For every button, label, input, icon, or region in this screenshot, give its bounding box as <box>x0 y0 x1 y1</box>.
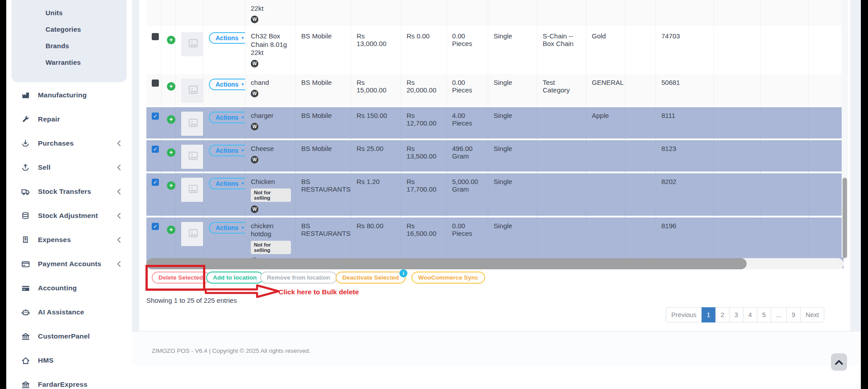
sidebar-item-purchases[interactable]: Purchases <box>6 131 132 155</box>
brand-cell: Gold <box>586 28 625 74</box>
expand-row-plus-icon[interactable]: + <box>167 226 175 234</box>
sidebar-subitem-warranties[interactable]: Warranties <box>46 54 127 71</box>
sidebar-item-stock-transfers[interactable]: Stock Transfers <box>6 180 132 204</box>
product-image-placeholder[interactable] <box>181 178 204 202</box>
extra-cell-1 <box>714 173 760 218</box>
wordpress-icon: W <box>251 90 258 97</box>
product-name: chand <box>251 79 291 87</box>
sidebar-item-label: Stock Adjustment <box>38 212 117 220</box>
product-name-cell: CheeseW <box>245 140 296 173</box>
actions-label: Actions <box>216 114 238 121</box>
product-image-placeholder[interactable] <box>181 112 204 136</box>
product-name: charger <box>251 112 291 120</box>
pagination-page-4[interactable]: 4 <box>743 307 757 322</box>
product-type-cell: Single <box>488 173 537 218</box>
sidebar-item-payment-accounts[interactable]: Payment Accounts <box>6 252 132 276</box>
row-checkbox[interactable] <box>152 79 159 87</box>
business-location-cell: BS Mobile <box>296 74 351 107</box>
chevron-left-icon <box>117 188 122 195</box>
sidebar-item-accounting[interactable]: Accounting <box>6 276 132 300</box>
delete-selected-button[interactable]: Delete Selected <box>152 272 210 284</box>
row-actions-button[interactable]: Actions▾ <box>209 112 245 123</box>
remove-from-location-button[interactable]: Remove from location <box>260 272 337 284</box>
expand-row-plus-icon[interactable]: + <box>167 36 175 44</box>
row-select-cell: ✓ <box>146 140 162 173</box>
horizontal-scrollbar-track[interactable] <box>146 258 843 269</box>
product-type-cell: Single <box>488 74 537 107</box>
row-checkbox[interactable] <box>152 33 159 40</box>
pagination-page-5[interactable]: 5 <box>757 307 771 322</box>
vertical-scrollbar-thumb[interactable] <box>843 178 847 258</box>
row-checkbox[interactable]: ✓ <box>152 179 159 186</box>
product-name: Cheese <box>251 145 291 153</box>
horizontal-scrollbar-thumb[interactable] <box>146 258 747 269</box>
sidebar-item-fardarexpress[interactable]: FardarExpress <box>6 372 132 389</box>
bulk-actions-bar: Delete Selected Add to location Remove f… <box>139 272 850 285</box>
product-image-placeholder[interactable] <box>181 32 204 56</box>
sidebar-item-repair[interactable]: Repair <box>6 107 132 131</box>
brand-cell <box>586 0 625 28</box>
sidebar-item-stock-adjustment[interactable]: Stock Adjustment <box>6 204 132 228</box>
caret-down-icon: ▾ <box>241 115 244 120</box>
purchase-price-cell: Rs 15,000.00 <box>351 74 401 107</box>
row-actions-cell: Actions▾ <box>204 107 245 140</box>
pagination-page-9[interactable]: 9 <box>786 307 801 322</box>
sidebar-item-manufacturing[interactable]: Manufacturing <box>6 83 132 107</box>
deactivate-selected-button[interactable]: Deactivate Selected <box>336 272 406 284</box>
row-actions-cell: Actions▾ <box>204 173 245 218</box>
expand-row-plus-icon[interactable]: + <box>167 115 175 124</box>
sidebar-subitem-brands[interactable]: Brands <box>46 38 127 54</box>
product-image-placeholder[interactable] <box>181 79 204 103</box>
sidebar-subitem-categories[interactable]: Categories <box>46 21 127 38</box>
caret-down-icon: ▾ <box>241 181 244 186</box>
woocommerce-sync-button[interactable]: WooCommerce Sync <box>411 272 485 284</box>
factory-icon <box>21 90 30 100</box>
sidebar-item-sell[interactable]: Sell <box>6 155 132 180</box>
info-icon[interactable]: i <box>399 269 407 277</box>
extra-cell-2 <box>760 173 809 218</box>
pagination-page-3[interactable]: 3 <box>729 307 743 322</box>
row-expand-cell: + <box>162 173 176 218</box>
sku-cell: 8123 <box>656 140 714 173</box>
expand-row-plus-icon[interactable]: + <box>167 82 175 91</box>
row-actions-button[interactable]: Actions▾ <box>209 222 245 234</box>
screen: UnitsCategoriesBrandsWarranties Manufact… <box>0 0 868 389</box>
row-actions-button[interactable]: Actions▾ <box>209 145 245 156</box>
pagination-previous[interactable]: Previous <box>666 307 702 322</box>
row-checkbox[interactable]: ✓ <box>152 223 159 230</box>
actions-label: Actions <box>216 180 238 187</box>
brand-cell <box>586 140 625 173</box>
scroll-to-top-button[interactable] <box>831 353 847 371</box>
extra-cell-3 <box>809 74 843 107</box>
sidebar-item-customerpanel[interactable]: CustomerPanel <box>6 324 132 348</box>
bank-icon <box>21 380 30 389</box>
sidebar-subitem-units[interactable]: Units <box>46 4 127 21</box>
home-icon <box>21 356 30 365</box>
row-actions-button[interactable]: Actions▾ <box>209 178 245 189</box>
vertical-scrollbar-track[interactable] <box>842 0 848 257</box>
sidebar-item-hms[interactable]: HMS <box>6 348 132 372</box>
expand-row-plus-icon[interactable]: + <box>167 148 175 157</box>
pagination-next[interactable]: Next <box>800 307 824 322</box>
sidebar-item-label: Stock Transfers <box>38 188 117 196</box>
row-actions-button[interactable]: Actions▾ <box>209 79 245 90</box>
sidebar-item-label: Accounting <box>38 284 122 292</box>
sidebar-item-expenses[interactable]: $Expenses <box>6 228 132 252</box>
table-row: +Actions▾chandWBS MobileRs 15,000.00Rs 2… <box>146 74 843 107</box>
row-actions-button[interactable]: Actions▾ <box>209 32 245 44</box>
add-to-location-button[interactable]: Add to location <box>206 272 263 284</box>
selling-price-cell: Rs 13,500.00 <box>401 140 447 173</box>
product-image-placeholder[interactable] <box>181 145 204 169</box>
extra-cell-3 <box>809 140 843 173</box>
row-select-cell <box>146 28 162 74</box>
product-image-placeholder[interactable] <box>181 222 204 246</box>
expand-row-plus-icon[interactable]: + <box>167 181 175 190</box>
sidebar-nav-list: ManufacturingRepairPurchasesSellStock Tr… <box>6 83 132 389</box>
pagination-page-1[interactable]: 1 <box>702 307 716 322</box>
pagination-page-2[interactable]: 2 <box>715 307 730 322</box>
sidebar-item-ai-assistance[interactable]: AI Assistance <box>6 300 132 324</box>
row-checkbox[interactable]: ✓ <box>152 113 159 120</box>
row-select-cell: ✓ <box>146 107 162 140</box>
row-checkbox[interactable]: ✓ <box>152 146 159 153</box>
product-image-cell <box>176 28 204 74</box>
